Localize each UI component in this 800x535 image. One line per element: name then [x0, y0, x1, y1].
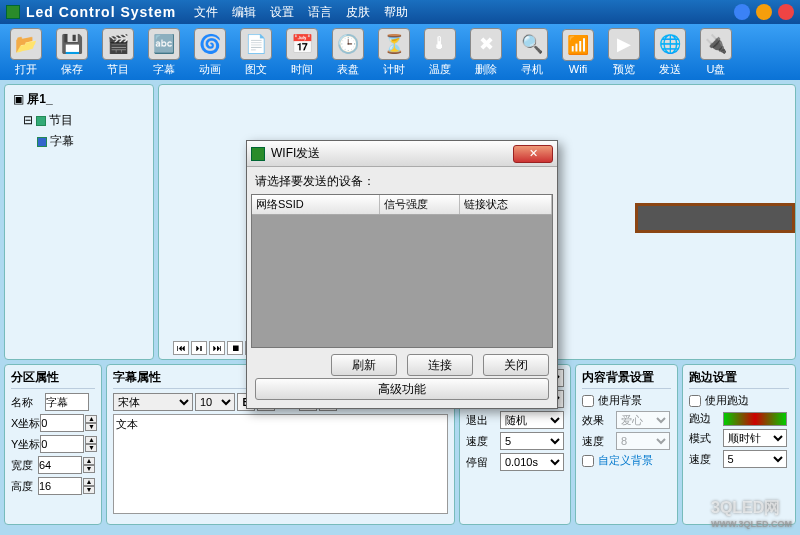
tree-root[interactable]: ▣ 屏1_: [9, 89, 149, 110]
时间-icon: 📅: [286, 28, 318, 60]
dialog-title: WIFI发送: [271, 145, 320, 162]
Wifi-icon: 📶: [562, 29, 594, 61]
menu-help[interactable]: 帮助: [384, 4, 408, 21]
dialog-titlebar[interactable]: WIFI发送 ✕: [247, 141, 557, 167]
menu-bar: 文件 编辑 设置 语言 皮肤 帮助: [194, 4, 408, 21]
connect-button[interactable]: 连接: [407, 354, 473, 376]
titlebar: Led Control System 文件 编辑 设置 语言 皮肤 帮助: [0, 0, 800, 24]
device-list[interactable]: 网络SSID 信号强度 链接状态: [251, 194, 553, 348]
stop-time-select[interactable]: 0.010s: [500, 453, 564, 471]
打开-icon: 📂: [10, 28, 42, 60]
run-title: 跑边设置: [689, 369, 789, 389]
寻机-icon: 🔍: [516, 28, 548, 60]
menu-edit[interactable]: 编辑: [232, 4, 256, 21]
col-status[interactable]: 链接状态: [460, 195, 552, 214]
play-btn-1[interactable]: ⏯: [191, 341, 207, 355]
watermark: 3QLED网WWW.3QLED.COM: [711, 498, 792, 529]
partition-y-input[interactable]: [40, 435, 84, 453]
tool-时间[interactable]: 📅时间: [280, 26, 324, 78]
subtitle-text-input[interactable]: 文本: [113, 414, 448, 514]
exit-speed-select[interactable]: 5: [500, 432, 564, 450]
tool-发送[interactable]: 🌐发送: [648, 26, 692, 78]
window-buttons: [734, 4, 794, 20]
y-spinner[interactable]: ▲▼: [85, 436, 97, 452]
动画-icon: 🌀: [194, 28, 226, 60]
panel-partition: 分区属性 名称 X坐标▲▼ Y坐标▲▼ 宽度▲▼ 高度▲▼: [4, 364, 102, 525]
x-spinner[interactable]: ▲▼: [85, 415, 97, 431]
close-button[interactable]: 关闭: [483, 354, 549, 376]
partition-x-input[interactable]: [40, 414, 84, 432]
tool-打开[interactable]: 📂打开: [4, 26, 48, 78]
use-border-checkbox[interactable]: [689, 395, 701, 407]
partition-h-input[interactable]: [38, 477, 82, 495]
menu-language[interactable]: 语言: [308, 4, 332, 21]
计时-icon: ⏳: [378, 28, 410, 60]
exit-effect-select[interactable]: 随机: [500, 411, 564, 429]
partition-w-input[interactable]: [38, 456, 82, 474]
border-style-preview[interactable]: [723, 412, 787, 426]
dialog-prompt: 请选择要发送的设备：: [247, 167, 557, 194]
tree-program[interactable]: ⊟ 节目: [9, 110, 149, 131]
tool-图文[interactable]: 📄图文: [234, 26, 278, 78]
play-btn-0[interactable]: ⏮: [173, 341, 189, 355]
tree-panel: ▣ 屏1_ ⊟ 节目 字幕: [4, 84, 154, 360]
删除-icon: ✖: [470, 28, 502, 60]
app-title: Led Control System: [26, 4, 176, 20]
partition-name-input[interactable]: [45, 393, 89, 411]
menu-skin[interactable]: 皮肤: [346, 4, 370, 21]
maximize-icon[interactable]: [756, 4, 772, 20]
col-signal[interactable]: 信号强度: [380, 195, 460, 214]
list-header: 网络SSID 信号强度 链接状态: [252, 195, 552, 215]
bg-speed-select[interactable]: 8: [616, 432, 670, 450]
tool-删除[interactable]: ✖删除: [464, 26, 508, 78]
tool-计时[interactable]: ⏳计时: [372, 26, 416, 78]
tool-表盘[interactable]: 🕒表盘: [326, 26, 370, 78]
tool-保存[interactable]: 💾保存: [50, 26, 94, 78]
led-stage[interactable]: [635, 203, 795, 233]
dialog-close-button[interactable]: ✕: [513, 145, 553, 163]
border-mode-select[interactable]: 顺时针: [723, 429, 787, 447]
tool-寻机[interactable]: 🔍寻机: [510, 26, 554, 78]
tool-预览[interactable]: ▶预览: [602, 26, 646, 78]
col-ssid[interactable]: 网络SSID: [252, 195, 380, 214]
保存-icon: 💾: [56, 28, 88, 60]
custom-bg-checkbox[interactable]: [582, 455, 594, 467]
tool-Wifi[interactable]: 📶Wifi: [556, 26, 600, 78]
tool-U盘[interactable]: 🔌U盘: [694, 26, 738, 78]
tool-温度[interactable]: 🌡温度: [418, 26, 462, 78]
tool-节目[interactable]: 🎬节目: [96, 26, 140, 78]
dialog-icon: [251, 147, 265, 161]
预览-icon: ▶: [608, 28, 640, 60]
play-btn-2[interactable]: ⏭: [209, 341, 225, 355]
advanced-button[interactable]: 高级功能: [255, 378, 549, 400]
font-select[interactable]: 宋体: [113, 393, 193, 411]
tree-subtitle[interactable]: 字幕: [9, 131, 149, 152]
tool-字幕[interactable]: 🔤字幕: [142, 26, 186, 78]
节目-icon: 🎬: [102, 28, 134, 60]
字幕-icon: 🔤: [148, 28, 180, 60]
menu-file[interactable]: 文件: [194, 4, 218, 21]
partition-title: 分区属性: [11, 369, 95, 389]
wifi-dialog: WIFI发送 ✕ 请选择要发送的设备： 网络SSID 信号强度 链接状态 刷新 …: [246, 140, 558, 409]
refresh-button[interactable]: 刷新: [331, 354, 397, 376]
发送-icon: 🌐: [654, 28, 686, 60]
fontsize-select[interactable]: 10: [195, 393, 235, 411]
menu-settings[interactable]: 设置: [270, 4, 294, 21]
border-speed-select[interactable]: 5: [723, 450, 787, 468]
U盘-icon: 🔌: [700, 28, 732, 60]
app-logo-icon: [6, 5, 20, 19]
toolbar: 📂打开💾保存🎬节目🔤字幕🌀动画📄图文📅时间🕒表盘⏳计时🌡温度✖删除🔍寻机📶Wif…: [0, 24, 800, 80]
bg-effect-select[interactable]: 爱心: [616, 411, 670, 429]
minimize-icon[interactable]: [734, 4, 750, 20]
panel-background: 内容背景设置 使用背景 效果爱心 速度8 自定义背景: [575, 364, 678, 525]
表盘-icon: 🕒: [332, 28, 364, 60]
close-icon[interactable]: [778, 4, 794, 20]
play-btn-3[interactable]: ⏹: [227, 341, 243, 355]
use-bg-checkbox[interactable]: [582, 395, 594, 407]
bg-title: 内容背景设置: [582, 369, 671, 389]
图文-icon: 📄: [240, 28, 272, 60]
温度-icon: 🌡: [424, 28, 456, 60]
h-spinner[interactable]: ▲▼: [83, 478, 95, 494]
w-spinner[interactable]: ▲▼: [83, 457, 95, 473]
tool-动画[interactable]: 🌀动画: [188, 26, 232, 78]
